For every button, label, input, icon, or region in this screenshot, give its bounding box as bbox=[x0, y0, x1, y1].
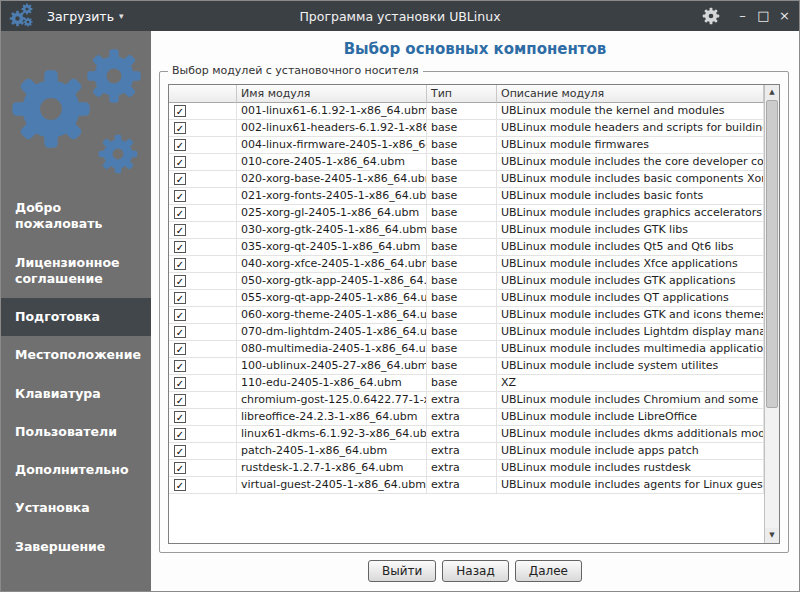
table-row[interactable]: ✓patch-2405-1-x86_64.ubmextraUBLinux mod… bbox=[169, 443, 764, 460]
row-checkbox[interactable]: ✓ bbox=[174, 411, 186, 423]
maximize-button[interactable]: □ bbox=[757, 9, 770, 23]
module-type: extra bbox=[427, 392, 497, 409]
row-checkbox[interactable]: ✓ bbox=[174, 105, 186, 117]
table-row[interactable]: ✓060-xorg-theme-2405-1-x86_64.ubmbaseUBL… bbox=[169, 307, 764, 324]
load-menu-button[interactable]: Загрузить ▾ bbox=[41, 6, 130, 27]
table-row[interactable]: ✓035-xorg-qt-2405-1-x86_64.ubmbaseUBLinu… bbox=[169, 239, 764, 256]
row-checkbox[interactable]: ✓ bbox=[174, 207, 186, 219]
sidebar-item[interactable]: Лицензионное соглашение bbox=[1, 244, 151, 299]
checkbox-cell: ✓ bbox=[169, 290, 237, 307]
table-row[interactable]: ✓100-ublinux-2405-27-x86_64.ubmbaseUBLin… bbox=[169, 358, 764, 375]
module-name: rustdesk-1.2.7-1-x86_64.ubm bbox=[237, 460, 427, 477]
module-description: UBLinux module include LibreOffice bbox=[497, 409, 764, 426]
module-name: chromium-gost-125.0.6422.77-1-x86_64.ubm bbox=[237, 392, 427, 409]
module-description: UBLinux module includes rustdesk bbox=[497, 460, 764, 477]
module-type: base bbox=[427, 188, 497, 205]
module-description: UBLinux module firmwares bbox=[497, 137, 764, 154]
sidebar-item[interactable]: Местоположение bbox=[1, 336, 151, 374]
row-checkbox[interactable]: ✓ bbox=[174, 190, 186, 202]
sidebar-item[interactable]: Подготовка bbox=[1, 298, 151, 336]
table-row[interactable]: ✓110-edu-2405-1-x86_64.ubmbaseXZ bbox=[169, 375, 764, 392]
table-row[interactable]: ✓020-xorg-base-2405-1-x86_64.ubmbaseUBLi… bbox=[169, 171, 764, 188]
checkbox-cell: ✓ bbox=[169, 358, 237, 375]
column-header[interactable]: Описание модуля bbox=[497, 85, 764, 103]
sidebar-item[interactable]: Добро пожаловать bbox=[1, 189, 151, 244]
table-row[interactable]: ✓025-xorg-gl-2405-1-x86_64.ubmbaseUBLinu… bbox=[169, 205, 764, 222]
sidebar-item[interactable]: Завершение bbox=[1, 528, 151, 566]
minimize-button[interactable]: – bbox=[736, 9, 749, 23]
row-checkbox[interactable]: ✓ bbox=[174, 343, 186, 355]
checkbox-cell: ✓ bbox=[169, 103, 237, 120]
row-checkbox[interactable]: ✓ bbox=[174, 139, 186, 151]
scrollbar-thumb[interactable] bbox=[766, 100, 778, 408]
row-checkbox[interactable]: ✓ bbox=[174, 462, 186, 474]
checkbox-cell: ✓ bbox=[169, 392, 237, 409]
vertical-scrollbar[interactable]: ▲ ▼ bbox=[764, 85, 779, 543]
module-description: UBLinux module includes agents for Linux… bbox=[497, 477, 764, 494]
row-checkbox[interactable]: ✓ bbox=[174, 479, 186, 491]
sidebar-item[interactable]: Пользователи bbox=[1, 413, 151, 451]
module-name: 020-xorg-base-2405-1-x86_64.ubm bbox=[237, 171, 427, 188]
next-button[interactable]: Далее bbox=[515, 560, 582, 582]
sidebar-item[interactable]: Установка bbox=[1, 489, 151, 527]
table-row[interactable]: ✓080-multimedia-2405-1-x86_64.ubmbaseUBL… bbox=[169, 341, 764, 358]
table-row[interactable]: ✓002-linux61-headers-6.1.92-1-x86_64.ubm… bbox=[169, 120, 764, 137]
table-row[interactable]: ✓040-xorg-xfce-2405-1-x86_64.ubmbaseUBLi… bbox=[169, 256, 764, 273]
row-checkbox[interactable]: ✓ bbox=[174, 241, 186, 253]
exit-button[interactable]: Выйти bbox=[368, 560, 436, 582]
settings-gear-icon[interactable] bbox=[702, 7, 720, 25]
column-header[interactable] bbox=[169, 85, 237, 103]
table-row[interactable]: ✓070-dm-lightdm-2405-1-x86_64.ubmbaseUBL… bbox=[169, 324, 764, 341]
checkbox-cell: ✓ bbox=[169, 256, 237, 273]
table-row[interactable]: ✓linux61-dkms-6.1.92-3-x86_64.ubmextraUB… bbox=[169, 426, 764, 443]
row-checkbox[interactable]: ✓ bbox=[174, 173, 186, 185]
row-checkbox[interactable]: ✓ bbox=[174, 275, 186, 287]
groupbox-label: Выбор модулей с установочного носителя bbox=[168, 64, 423, 77]
scrollbar-track[interactable] bbox=[765, 100, 779, 528]
row-checkbox[interactable]: ✓ bbox=[174, 156, 186, 168]
table-row[interactable]: ✓050-xorg-gtk-app-2405-1-x86_64.ubmbaseU… bbox=[169, 273, 764, 290]
row-checkbox[interactable]: ✓ bbox=[174, 122, 186, 134]
column-header[interactable]: Тип bbox=[427, 85, 497, 103]
installer-window: Загрузить ▾ Программа установки UBLinux … bbox=[0, 0, 800, 592]
back-button[interactable]: Назад bbox=[442, 560, 508, 582]
module-description: UBLinux module headers and scripts for b… bbox=[497, 120, 764, 137]
row-checkbox[interactable]: ✓ bbox=[174, 224, 186, 236]
checkbox-cell: ✓ bbox=[169, 222, 237, 239]
row-checkbox[interactable]: ✓ bbox=[174, 258, 186, 270]
module-name: 100-ublinux-2405-27-x86_64.ubm bbox=[237, 358, 427, 375]
table-row[interactable]: ✓055-xorg-qt-app-2405-1-x86_64.ubmbaseUB… bbox=[169, 290, 764, 307]
row-checkbox[interactable]: ✓ bbox=[174, 326, 186, 338]
row-checkbox[interactable]: ✓ bbox=[174, 445, 186, 457]
checkbox-cell: ✓ bbox=[169, 460, 237, 477]
column-header[interactable]: Имя модуля bbox=[237, 85, 427, 103]
sidebar-item[interactable]: Клавиатура bbox=[1, 375, 151, 413]
checkbox-cell: ✓ bbox=[169, 137, 237, 154]
table-row[interactable]: ✓010-core-2405-1-x86_64.ubmbaseUBLinux m… bbox=[169, 154, 764, 171]
table-row[interactable]: ✓libreoffice-24.2.3-1-x86_64.ubmextraUBL… bbox=[169, 409, 764, 426]
module-type: base bbox=[427, 205, 497, 222]
sidebar-item[interactable]: Дополнительно bbox=[1, 451, 151, 489]
table-row[interactable]: ✓030-xorg-gtk-2405-1-x86_64.ubmbaseUBLin… bbox=[169, 222, 764, 239]
row-checkbox[interactable]: ✓ bbox=[174, 394, 186, 406]
module-name: libreoffice-24.2.3-1-x86_64.ubm bbox=[237, 409, 427, 426]
table-row[interactable]: ✓001-linux61-6.1.92-1-x86_64.ubmbaseUBLi… bbox=[169, 103, 764, 120]
row-checkbox[interactable]: ✓ bbox=[174, 428, 186, 440]
table-row[interactable]: ✓rustdesk-1.2.7-1-x86_64.ubmextraUBLinux… bbox=[169, 460, 764, 477]
close-button[interactable]: × bbox=[778, 9, 791, 23]
main-panel: Выбор основных компонентов Выбор модулей… bbox=[151, 31, 799, 591]
table-row[interactable]: ✓chromium-gost-125.0.6422.77-1-x86_64.ub… bbox=[169, 392, 764, 409]
table-row[interactable]: ✓004-linux-firmware-2405-1-x86_64.ubmbas… bbox=[169, 137, 764, 154]
row-checkbox[interactable]: ✓ bbox=[174, 377, 186, 389]
module-name: 030-xorg-gtk-2405-1-x86_64.ubm bbox=[237, 222, 427, 239]
table-row[interactable]: ✓virtual-guest-2405-1-x86_64.ubmextraUBL… bbox=[169, 477, 764, 494]
row-checkbox[interactable]: ✓ bbox=[174, 292, 186, 304]
module-type: base bbox=[427, 324, 497, 341]
row-checkbox[interactable]: ✓ bbox=[174, 360, 186, 372]
row-checkbox[interactable]: ✓ bbox=[174, 309, 186, 321]
scroll-up-icon[interactable]: ▲ bbox=[765, 85, 779, 100]
table-row[interactable]: ✓021-xorg-fonts-2405-1-x86_64.ubmbaseUBL… bbox=[169, 188, 764, 205]
module-name: 110-edu-2405-1-x86_64.ubm bbox=[237, 375, 427, 392]
scroll-down-icon[interactable]: ▼ bbox=[765, 528, 779, 543]
module-type: base bbox=[427, 154, 497, 171]
